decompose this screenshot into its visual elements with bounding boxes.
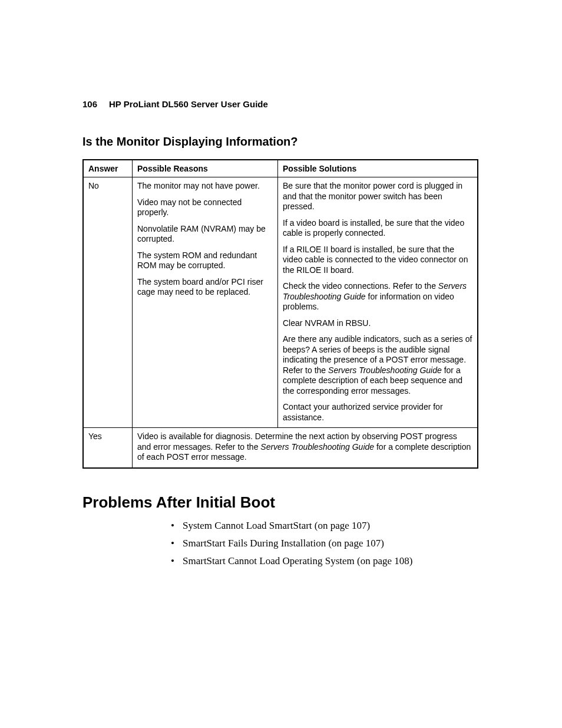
list-item: SmartStart Fails During Installation (on… [183,538,480,549]
reason-text: The system ROM and redundant ROM may be … [137,251,273,271]
solution-text: If a RILOE II board is installed, be sur… [283,245,472,276]
page-header: 106HP ProLiant DL560 Server User Guide [82,99,480,109]
yes-text: Video is available for diagnosis. Determ… [137,431,472,463]
list-item: System Cannot Load SmartStart (on page 1… [183,520,480,532]
section-heading-monitor: Is the Monitor Displaying Information? [82,135,480,149]
solution-text: Clear NVRAM in RBSU. [283,318,472,329]
list-item: SmartStart Cannot Load Operating System … [183,555,480,567]
reason-text: Nonvolatile RAM (NVRAM) may be corrupted… [137,224,273,245]
section-heading-problems: Problems After Initial Boot [82,493,480,512]
page-ref: 107 [352,520,367,531]
col-header-reasons: Possible Reasons [133,160,278,177]
solution-text: If a video board is installed, be sure t… [283,218,472,239]
solution-text: Contact your authorized service provider… [283,402,472,423]
toc-list: System Cannot Load SmartStart (on page 1… [183,520,480,567]
guide-reference: Servers Troubleshooting Guide [328,365,442,375]
document-title: HP ProLiant DL560 Server User Guide [109,99,268,109]
solution-text: Are there any audible indicators, such a… [283,334,472,396]
answer-cell-yes: Yes [83,428,133,468]
col-header-solutions: Possible Solutions [278,160,478,177]
table-header-row: Answer Possible Reasons Possible Solutio… [83,160,478,177]
troubleshooting-table: Answer Possible Reasons Possible Solutio… [82,159,478,469]
col-header-answer: Answer [83,160,133,177]
page-ref: 108 [394,555,409,566]
yes-description-cell: Video is available for diagnosis. Determ… [133,428,478,468]
solutions-cell: Be sure that the monitor power cord is p… [278,177,478,428]
answer-cell-no: No [83,177,133,428]
reason-text: The system board and/or PCI riser cage m… [137,277,273,298]
reasons-cell: The monitor may not have power. Video ma… [133,177,278,428]
reason-text: The monitor may not have power. [137,181,273,192]
page-ref: 107 [366,538,381,549]
page-number: 106 [82,99,97,109]
table-row: No The monitor may not have power. Video… [83,177,478,428]
table-row: Yes Video is available for diagnosis. De… [83,428,478,468]
reason-text: Video may not be connected properly. [137,197,273,218]
solution-text: Check the video connections. Refer to th… [283,281,472,312]
guide-reference: Servers Troubleshooting Guide [260,442,374,452]
solution-text: Be sure that the monitor power cord is p… [283,181,472,212]
document-page: 106HP ProLiant DL560 Server User Guide I… [0,0,562,728]
